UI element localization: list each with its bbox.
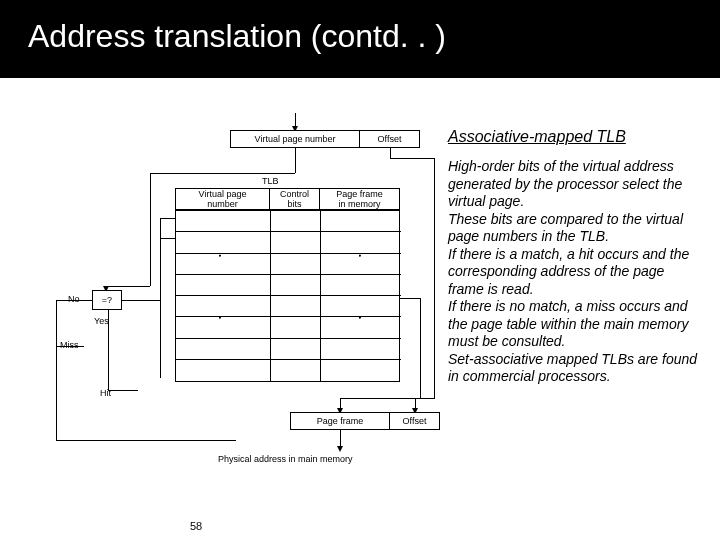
line	[400, 298, 420, 299]
page-frame-box: Page frame	[290, 412, 390, 430]
arrow-va-in	[295, 113, 296, 130]
offset-box-top: Offset	[360, 130, 420, 148]
line	[122, 300, 160, 301]
page-number: 58	[190, 520, 202, 532]
right-body: High-order bits of the virtual address g…	[448, 158, 698, 386]
hit-label: Hit	[100, 388, 111, 398]
line	[340, 398, 420, 399]
line	[420, 298, 421, 398]
diagram-area: Virtual page number Offset TLB Virtual p…	[0, 78, 720, 540]
tlb-label: TLB	[262, 176, 279, 186]
line	[160, 218, 175, 219]
no-label: No	[68, 294, 80, 304]
arrow-pf-down	[340, 398, 341, 412]
comparator-box: =?	[92, 290, 122, 310]
right-heading: Associative-mapped TLB	[448, 128, 626, 146]
tlb-header-control-bits: Control bits	[270, 188, 320, 210]
line	[56, 440, 236, 441]
line	[160, 238, 175, 239]
tlb-header-page-frame: Page frame in memory	[320, 188, 400, 210]
line	[150, 173, 151, 286]
arrow-offset-down	[415, 398, 416, 412]
miss-label: Miss	[60, 340, 79, 350]
line	[295, 148, 296, 173]
line	[108, 390, 138, 391]
line	[390, 158, 434, 159]
line	[434, 158, 435, 398]
line	[150, 173, 295, 174]
offset-box-bottom: Offset	[390, 412, 440, 430]
line	[106, 286, 150, 287]
tlb-table	[175, 210, 400, 382]
line	[390, 148, 391, 158]
yes-label: Yes	[94, 316, 109, 326]
arrow-pa-out	[340, 430, 341, 450]
tlb-header-vpn: Virtual page number	[175, 188, 270, 210]
virtual-page-number-box: Virtual page number	[230, 130, 360, 148]
line	[160, 218, 161, 378]
slide-title: Address translation (contd. . )	[0, 0, 720, 78]
physical-address-label: Physical address in main memory	[218, 454, 353, 464]
line	[56, 300, 57, 440]
